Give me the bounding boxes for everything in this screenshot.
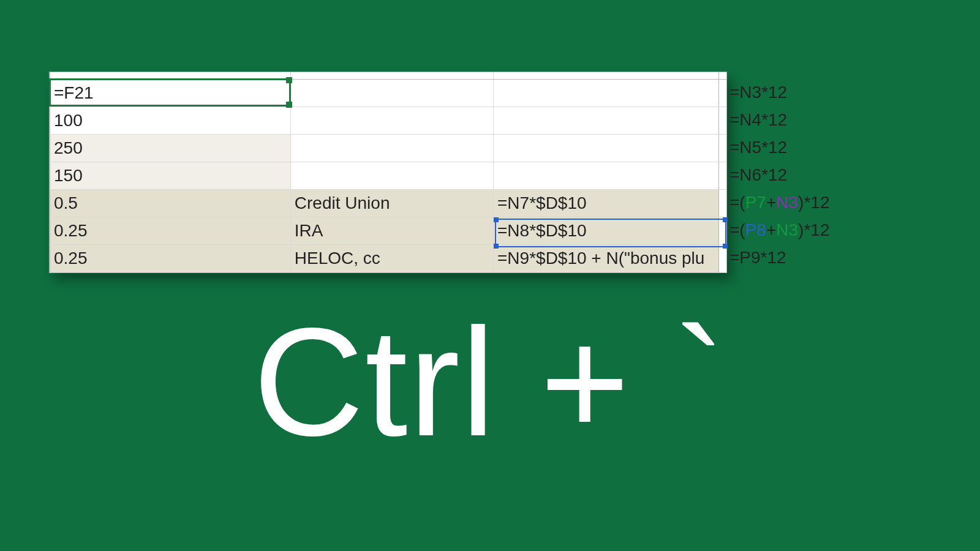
cell[interactable]: =N6*12 [726, 162, 922, 189]
cell[interactable] [493, 162, 718, 189]
formula-text: )*12 [798, 220, 829, 239]
cell[interactable]: =N7*$D$10 [493, 190, 718, 217]
overflow-column: =N3*12 =N4*12 =N5*12 =N6*12 =(P7+N3)*12 … [726, 79, 922, 272]
cell[interactable]: =N4*12 [726, 107, 922, 134]
cell-ref: P7 [745, 193, 766, 212]
keyboard-shortcut-label: Ctrl + ` [0, 306, 980, 459]
cell[interactable] [493, 135, 718, 162]
formula-text: )*12 [798, 193, 829, 212]
cell[interactable]: 0.25 [50, 245, 290, 272]
cell[interactable]: =N5*12 [726, 134, 922, 162]
formula-text: =( [729, 220, 745, 239]
cell[interactable]: 150 [50, 162, 290, 189]
cell[interactable]: =N3*12 [726, 79, 922, 107]
cell[interactable]: =N8*$D$10 [493, 217, 718, 244]
cell[interactable]: 100 [50, 107, 290, 134]
header-cell [493, 72, 718, 79]
cell[interactable] [290, 135, 493, 162]
cell[interactable]: 250 [50, 135, 290, 162]
header-cell [50, 72, 290, 79]
grid-row: =F21 [50, 80, 726, 107]
cell[interactable]: =(P8+N3)*12 [726, 217, 922, 244]
grid-row: 0.5 Credit Union =N7*$D$10 [50, 190, 726, 217]
grid-row: 0.25 IRA =N8*$D$10 [50, 217, 726, 245]
cell[interactable] [290, 80, 493, 107]
cell[interactable]: Credit Union [290, 190, 493, 217]
cell[interactable] [290, 162, 493, 189]
cell[interactable] [493, 107, 718, 134]
cell[interactable]: =N9*$D$10 + N("bonus plu [493, 245, 718, 272]
header-cell [718, 72, 726, 79]
cell-ref: P8 [745, 220, 766, 239]
cell[interactable]: IRA [290, 217, 493, 244]
cell[interactable]: =P9*12 [726, 244, 922, 272]
cell[interactable]: 0.5 [50, 190, 290, 217]
cell-ref: N3 [776, 193, 798, 212]
header-cell [290, 72, 493, 79]
grid-row: 250 [50, 135, 726, 162]
spreadsheet-grid[interactable]: =F21 100 250 150 0.5 Credit Union =N7*$D… [49, 72, 727, 273]
cell[interactable] [493, 80, 718, 107]
cell[interactable]: HELOC, cc [290, 245, 493, 272]
cell-ref: N3 [776, 220, 798, 239]
formula-text: =( [729, 193, 745, 212]
cell[interactable] [290, 107, 493, 134]
grid-row: 150 [50, 162, 726, 190]
formula-text: + [766, 220, 776, 239]
cell[interactable]: =F21 [50, 80, 290, 107]
row-header-sliver [50, 72, 726, 80]
formula-text: + [766, 193, 776, 212]
grid-row: 0.25 HELOC, cc =N9*$D$10 + N("bonus plu [50, 245, 726, 272]
cell[interactable]: 0.25 [50, 217, 290, 244]
grid-row: 100 [50, 107, 726, 135]
cell[interactable]: =(P7+N3)*12 [726, 189, 922, 217]
